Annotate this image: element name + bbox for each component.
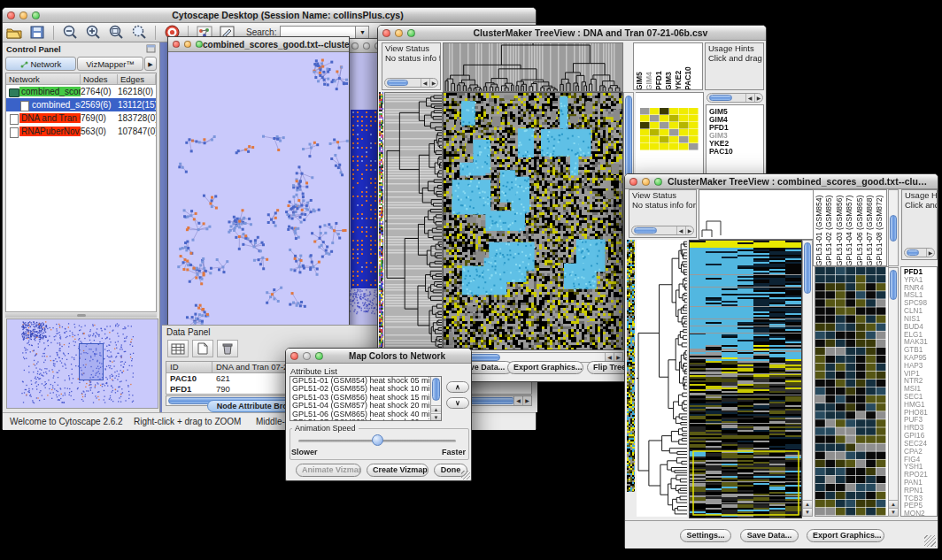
close-icon[interactable] <box>629 178 637 186</box>
tv2-heatmap[interactable] <box>689 240 802 518</box>
animate-vizmap-button[interactable]: Animate Vizmap <box>296 464 361 477</box>
zoom-window-icon[interactable] <box>654 178 662 186</box>
new-attribute-icon[interactable] <box>192 340 213 357</box>
scroll-down-icon[interactable]: ▼ <box>803 508 812 516</box>
network-row[interactable]: combined_sco 2569(6) 13112(15) <box>6 98 156 111</box>
move-down-button[interactable]: ∨ <box>446 397 469 409</box>
column-label: GIM3 <box>665 44 675 90</box>
close-icon[interactable] <box>7 12 15 19</box>
tv1-label-hscrollbar[interactable]: ◀▶ <box>706 93 763 103</box>
main-titlebar[interactable]: Cytoscape Desktop (Session Name: collins… <box>3 8 536 23</box>
resize-grip[interactable] <box>461 471 470 479</box>
resize-grip[interactable] <box>924 535 936 547</box>
zoom-window-icon[interactable] <box>196 41 203 48</box>
zoom-selected-icon[interactable] <box>127 24 151 42</box>
scroll-up-icon[interactable]: ▲ <box>889 500 898 508</box>
delete-attribute-icon[interactable] <box>217 340 238 357</box>
scroll-up-icon[interactable]: ▲ <box>431 405 441 412</box>
close-icon[interactable] <box>290 352 298 360</box>
network-edges-count: 183728(0) <box>118 113 156 123</box>
dialog-titlebar[interactable]: Map Colors to Network <box>286 349 471 364</box>
save-icon[interactable] <box>26 24 49 42</box>
gene-label[interactable]: MON2 <box>904 510 937 517</box>
view-status-text: No status info for <box>629 200 696 210</box>
minimize-icon[interactable] <box>19 12 27 19</box>
open-file-icon[interactable] <box>3 24 26 42</box>
close-icon[interactable] <box>382 29 390 37</box>
view-status-scrollbar[interactable]: ◀▶ <box>631 226 694 235</box>
tv1-heatmap[interactable] <box>443 92 623 350</box>
desktop: { "glyphs":{"up":"▲","down":"▼","left":"… <box>0 0 942 560</box>
zoom-window-icon[interactable] <box>32 12 40 19</box>
float-panel-icon[interactable] <box>146 44 156 53</box>
faster-label: Faster <box>442 448 466 456</box>
zoom-fit-icon[interactable] <box>104 24 127 42</box>
tv2-heatmap-vscrollbar[interactable]: ▲ ▼ <box>802 240 813 517</box>
treeview2-titlebar[interactable]: ClusterMaker TreeView : combined_scores_… <box>625 174 938 189</box>
zoom-window-icon[interactable] <box>407 29 415 37</box>
tv2-export-graphics-button[interactable]: Export Graphics... <box>807 529 884 542</box>
tv1-row-dendrogram[interactable] <box>384 92 443 350</box>
network-name: DNA and Tran 07 <box>19 113 81 123</box>
zoom-in-icon[interactable] <box>81 24 104 42</box>
network-row[interactable]: DNA and Tran 07 769(0) 183728(0) <box>6 111 156 125</box>
network-view-1-canvas[interactable] <box>168 52 349 331</box>
minimize-icon[interactable] <box>184 41 191 48</box>
zoom-out-icon[interactable] <box>58 24 81 42</box>
panel-splitter[interactable] <box>5 313 157 318</box>
minimize-icon[interactable] <box>363 42 370 50</box>
tv1-export-graphics-button[interactable]: Export Graphics... <box>507 361 583 374</box>
tv1-row-labels: GIM5GIM4PFD1GIM3YKE2PAC10 <box>706 105 763 156</box>
attribute-table-icon[interactable] <box>167 340 189 357</box>
tv2-save-data-button[interactable]: Save Data... <box>740 529 799 542</box>
tv1-collabel-box: GIM5GIM4PFD1GIM3YKE2PAC10 <box>633 42 703 90</box>
scroll-down-icon[interactable]: ▼ <box>889 508 898 516</box>
search-dropdown-icon[interactable]: ▼ <box>356 26 369 39</box>
tv1-mini-heatmap[interactable] <box>640 108 699 150</box>
network-window-1-titlebar[interactable]: combined_scores_good.txt--cluste... <box>168 37 349 52</box>
scroll-right-icon[interactable]: ▶ <box>522 396 531 405</box>
move-up-button[interactable]: ∧ <box>446 381 469 393</box>
network-row[interactable]: RNAPuberNov2+ 563(0) 107847(0) <box>6 125 156 138</box>
attribute-item[interactable]: GPL51-07 (GSM868) heat shock 60 min <box>290 418 441 421</box>
scroll-down-icon[interactable]: ▼ <box>431 413 441 420</box>
status-welcome: Welcome to Cytoscape 2.6.2 <box>10 417 123 426</box>
tv2-row-dendrogram[interactable] <box>637 240 687 517</box>
more-tabs-glyph: ▶ <box>148 61 152 67</box>
close-icon[interactable] <box>351 42 359 50</box>
network-list-box: Network Nodes Edges combined_scores 2764… <box>5 73 157 312</box>
view-status-text: No status info for <box>382 53 440 63</box>
minimize-icon[interactable] <box>303 352 311 360</box>
minimize-icon[interactable] <box>395 29 403 37</box>
tv2-column-labels: GPL51-01 (GSM854)GPL51-02 (GSM855)GPL51-… <box>815 191 886 266</box>
tv2-zoom-vscrollbar[interactable]: ▲ ▼ <box>888 267 899 517</box>
overview-viewport-rect[interactable] <box>79 343 104 380</box>
tv2-collabel-vscrollbar[interactable] <box>888 189 899 266</box>
close-icon[interactable] <box>173 41 180 48</box>
network-table-header[interactable]: Network Nodes Edges <box>6 73 156 85</box>
tv1-column-dendrogram[interactable] <box>443 42 623 92</box>
gene-label[interactable]: PAC10 <box>709 148 763 156</box>
usage-hints-scrollbar[interactable]: ▶ <box>904 248 935 257</box>
attribute-list-vscrollbar[interactable]: ▲ ▼ <box>430 377 441 420</box>
tv2-column-dendrogram[interactable] <box>699 189 814 240</box>
view-status-scrollbar[interactable]: ◀▶ <box>384 78 438 88</box>
tab-overflow-icon[interactable]: ▶ <box>144 57 157 71</box>
create-vizmap-button[interactable]: Create Vizmap <box>367 464 429 477</box>
network-window-1[interactable]: combined_scores_good.txt--cluste... <box>167 36 350 332</box>
zoom-window-icon[interactable] <box>315 352 323 360</box>
tv2-settings-button[interactable]: Settings... <box>680 529 731 542</box>
tab-vizmapper[interactable]: VizMapper™ <box>77 57 143 71</box>
tab-network[interactable]: Network <box>5 57 76 71</box>
network-row[interactable]: combined_scores 2764(0) 16218(0) <box>6 85 156 98</box>
tv2-global-strip[interactable] <box>627 240 635 492</box>
tv2-zoom-heatmap[interactable] <box>815 267 886 516</box>
scroll-left-icon[interactable]: ◀ <box>513 396 522 405</box>
tv1-global-strip[interactable] <box>379 92 383 349</box>
scroll-up-icon[interactable]: ▲ <box>803 500 812 508</box>
minimize-icon[interactable] <box>642 178 650 186</box>
treeview1-titlebar[interactable]: ClusterMaker TreeView : DNA and Tran 07-… <box>378 26 766 41</box>
network-edges-count: 16218(0) <box>118 87 156 96</box>
attribute-listbox[interactable]: GPL51-01 (GSM854) heat shock 05 minGPL51… <box>290 376 442 421</box>
speed-slider-thumb[interactable] <box>372 434 383 446</box>
